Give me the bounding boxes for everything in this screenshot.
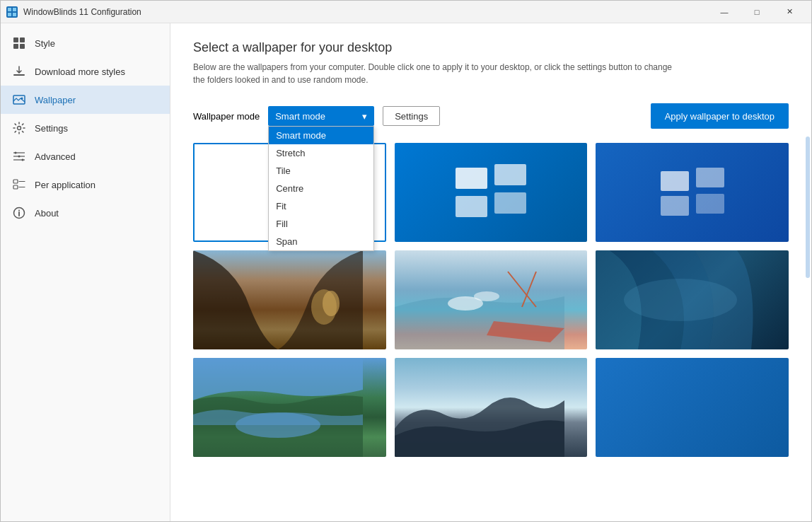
svg-rect-4: [13, 37, 18, 42]
sidebar-label-style: Style: [35, 38, 55, 49]
sidebar-item-wallpaper[interactable]: Wallpaper: [1, 86, 170, 114]
svg-rect-3: [13, 13, 16, 16]
svg-line-38: [522, 272, 536, 307]
wallpaper-mode-dropdown[interactable]: Smart mode ▾: [268, 106, 374, 126]
app-window: WindowBlinds 11 Configuration — □ ✕ Styl…: [0, 0, 812, 522]
advanced-icon: [12, 149, 26, 163]
svg-rect-25: [456, 168, 487, 189]
download-icon: [12, 64, 26, 79]
svg-rect-29: [661, 171, 689, 191]
sidebar-item-style[interactable]: Style: [1, 29, 170, 57]
sidebar-item-download[interactable]: Download more styles: [1, 57, 170, 86]
scrollbar-thumb[interactable]: [806, 137, 810, 278]
dropdown-menu: Smart mode Stretch Tile Centre Fit Fill …: [268, 126, 374, 251]
dropdown-option-smart-mode[interactable]: Smart mode: [269, 127, 373, 144]
main-content: Select a wallpaper for your desktop Belo…: [170, 23, 811, 521]
wallpaper-mode-label: Wallpaper mode: [193, 111, 260, 122]
controls-row: Wallpaper mode Smart mode ▾ Smart mode S…: [193, 103, 789, 129]
wallpaper-thumb-blue-solid[interactable]: [596, 143, 789, 242]
svg-rect-27: [456, 196, 487, 217]
svg-point-10: [21, 98, 23, 100]
svg-rect-30: [696, 168, 724, 187]
sidebar: Style Download more styles Wallpaper: [1, 23, 170, 521]
dropdown-option-stretch[interactable]: Stretch: [269, 144, 373, 162]
wallpaper-thumb-valley[interactable]: [193, 358, 386, 457]
close-button[interactable]: ✕: [773, 1, 806, 23]
dropdown-option-fill[interactable]: Fill: [269, 215, 373, 233]
svg-rect-2: [8, 13, 11, 16]
dropdown-option-fit[interactable]: Fit: [269, 197, 373, 215]
svg-rect-19: [13, 185, 18, 189]
wallpaper-icon: [12, 93, 26, 107]
minimize-button[interactable]: —: [708, 1, 741, 23]
dropdown-option-span[interactable]: Span: [269, 233, 373, 250]
window-title: WindowBlinds 11 Configuration: [23, 7, 708, 17]
wallpaper-thumb-windows-blue[interactable]: [395, 143, 588, 242]
per-app-icon: [12, 178, 26, 192]
titlebar: WindowBlinds 11 Configuration — □ ✕: [1, 1, 811, 23]
maximize-button[interactable]: □: [741, 1, 773, 23]
sidebar-label-advanced: Advanced: [35, 151, 76, 162]
svg-rect-1: [13, 8, 16, 11]
wallpaper-thumb-ice[interactable]: [596, 250, 789, 349]
apply-wallpaper-button[interactable]: Apply wallpaper to desktop: [651, 103, 789, 129]
dropdown-option-tile[interactable]: Tile: [269, 162, 373, 180]
svg-rect-5: [20, 37, 25, 42]
sidebar-label-settings: Settings: [35, 123, 68, 134]
wallpaper-mode-dropdown-wrapper: Smart mode ▾ Smart mode Stretch Tile Cen…: [268, 106, 374, 126]
svg-rect-26: [494, 164, 526, 185]
dropdown-selected-value: Smart mode: [275, 111, 325, 122]
svg-rect-7: [20, 44, 25, 49]
svg-rect-0: [8, 8, 11, 11]
wallpaper-thumb-blue-plain[interactable]: [596, 358, 789, 457]
window-controls: — □ ✕: [708, 1, 806, 23]
sidebar-label-wallpaper: Wallpaper: [35, 95, 76, 105]
svg-rect-31: [661, 196, 689, 216]
wallpaper-thumb-cave[interactable]: [193, 250, 386, 349]
settings-icon: [12, 121, 26, 135]
sidebar-item-about[interactable]: About: [1, 199, 170, 227]
svg-rect-28: [494, 192, 526, 214]
style-icon: [12, 36, 26, 50]
dropdown-option-centre[interactable]: Centre: [269, 180, 373, 197]
sidebar-item-advanced[interactable]: Advanced: [1, 142, 170, 170]
scrollbar-area: [806, 23, 811, 521]
svg-point-11: [18, 127, 21, 130]
svg-rect-8: [13, 74, 25, 76]
wallpaper-thumb-mountain-sky[interactable]: [395, 358, 588, 457]
about-icon: [12, 206, 26, 220]
svg-rect-18: [13, 180, 18, 183]
sidebar-label-per-app: Per application: [35, 180, 95, 190]
sidebar-item-per-app[interactable]: Per application: [1, 170, 170, 199]
svg-rect-6: [13, 44, 18, 49]
sidebar-label-about: About: [35, 208, 59, 219]
chevron-down-icon: ▾: [362, 111, 367, 122]
wallpaper-thumb-aerial[interactable]: [395, 250, 588, 349]
svg-point-39: [624, 279, 737, 321]
settings-button[interactable]: Settings: [383, 106, 440, 126]
sidebar-label-download: Download more styles: [35, 66, 125, 77]
svg-point-34: [323, 291, 340, 316]
app-body: Style Download more styles Wallpaper: [1, 23, 811, 521]
app-icon: [6, 6, 18, 18]
page-title: Select a wallpaper for your desktop: [193, 40, 789, 55]
svg-point-24: [18, 210, 20, 211]
svg-rect-32: [696, 194, 724, 214]
svg-line-37: [508, 272, 536, 307]
svg-point-36: [474, 291, 499, 301]
sidebar-item-settings[interactable]: Settings: [1, 114, 170, 142]
page-description: Below are the wallpapers from your compu…: [193, 61, 674, 86]
